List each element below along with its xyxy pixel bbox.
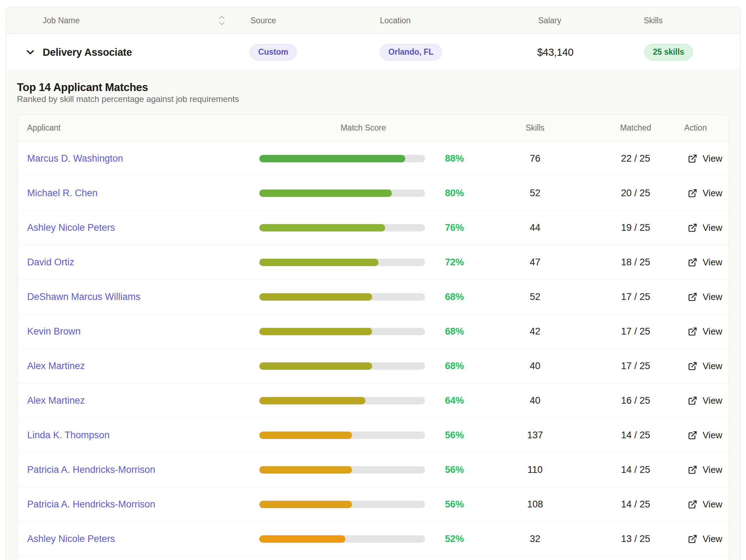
view-button[interactable]: View (688, 361, 729, 372)
matches-title: Top 14 Applicant Matches (17, 81, 729, 94)
external-link-icon (688, 188, 697, 198)
matched-count: 14 / 25 (603, 464, 668, 475)
applicant-match-table: Applicant Match Score Skills Matched Act… (17, 114, 729, 560)
external-link-icon (688, 430, 697, 440)
applicant-link[interactable]: Kevin Brown (17, 326, 259, 337)
match-score-percent: 88% (425, 153, 467, 164)
matched-count: 14 / 25 (603, 499, 668, 510)
view-button[interactable]: View (688, 153, 729, 164)
table-row: Michael R. Chen 80% 52 20 / 25 View (17, 176, 729, 211)
view-button[interactable]: View (688, 430, 729, 441)
match-score-fill (259, 501, 352, 508)
salary-column-header: Salary (538, 16, 561, 25)
external-link-icon (688, 154, 697, 163)
matched-count: 13 / 25 (603, 534, 668, 544)
view-button[interactable]: View (688, 188, 729, 199)
applicant-link[interactable]: Ashley Nicole Peters (17, 534, 259, 544)
view-button[interactable]: View (688, 257, 729, 268)
match-score-bar (259, 224, 425, 231)
sort-icon[interactable] (217, 14, 227, 26)
table-row: David Ortiz 72% 47 18 / 25 View (17, 245, 729, 280)
location-badge: Orlando, FL (380, 44, 442, 60)
match-score-percent: 68% (425, 291, 467, 302)
view-button[interactable]: View (688, 395, 729, 406)
job-name: Delivery Associate (43, 46, 132, 58)
view-button[interactable]: View (688, 291, 729, 302)
applicant-link[interactable]: Patricia A. Hendricks-Morrison (17, 464, 259, 475)
chevron-down-icon[interactable] (24, 46, 36, 58)
applicant-link[interactable]: Alex Martinez (17, 395, 259, 406)
match-score-percent: 72% (425, 257, 467, 268)
match-score-fill (259, 362, 372, 370)
applicant-link[interactable]: Alex Martinez (17, 361, 259, 372)
skills-count: 110 (467, 464, 603, 475)
external-link-icon (688, 327, 697, 336)
job-name-column-header: Job Name (43, 16, 80, 25)
match-score-fill (259, 293, 372, 301)
match-score-bar (259, 155, 425, 162)
match-score-fill (259, 535, 345, 543)
view-button[interactable]: View (688, 222, 729, 233)
table-row: Alex Martinez 68% 40 17 / 25 View (17, 349, 729, 384)
matched-column-header: Matched (603, 123, 668, 133)
source-badge: Custom (250, 44, 297, 60)
skills-count: 52 (467, 188, 603, 199)
match-score-bar (259, 189, 425, 197)
view-button[interactable]: View (688, 534, 729, 544)
applicant-matches-section: Top 14 Applicant Matches Ranked by skill… (6, 71, 740, 560)
match-score-bar (259, 328, 425, 335)
applicant-link[interactable]: Marcus D. Washington (17, 153, 259, 164)
applicant-link[interactable]: Michael R. Chen (17, 188, 259, 199)
job-row[interactable]: Delivery Associate Custom Orlando, FL $4… (6, 34, 740, 71)
matched-count: 16 / 25 (603, 395, 668, 406)
applicant-link[interactable]: Patricia A. Hendricks-Morrison (17, 499, 259, 510)
match-score-bar (259, 293, 425, 301)
table-row: Linda K. Thompson 56% 137 14 / 25 View (17, 418, 729, 453)
applicant-link[interactable]: Linda K. Thompson (17, 430, 259, 441)
skills-count: 108 (467, 499, 603, 510)
skills-count: 40 (467, 395, 603, 406)
match-table-header: Applicant Match Score Skills Matched Act… (17, 114, 729, 141)
matched-count: 18 / 25 (603, 257, 668, 268)
skills-count-badge: 25 skills (644, 44, 693, 60)
applicant-column-header: Applicant (17, 123, 259, 133)
skills-count: 47 (467, 257, 603, 268)
match-score-column-header: Match Score (259, 123, 467, 133)
matched-count: 14 / 25 (603, 430, 668, 441)
match-score-bar (259, 362, 425, 370)
job-table-header: Job Name Source Location Salary Skills (6, 7, 740, 34)
salary-value: $43,140 (537, 46, 574, 58)
external-link-icon (688, 223, 697, 233)
view-button[interactable]: View (688, 499, 729, 510)
match-score-bar (259, 432, 425, 439)
match-score-percent: 56% (425, 430, 467, 441)
external-link-icon (688, 465, 697, 475)
match-score-percent: 76% (425, 222, 467, 233)
matched-count: 19 / 25 (603, 222, 668, 233)
match-score-percent: 80% (425, 188, 467, 199)
view-button[interactable]: View (688, 326, 729, 337)
match-score-bar (259, 397, 425, 404)
view-button[interactable]: View (688, 464, 729, 475)
applicant-link[interactable]: Ashley Nicole Peters (17, 222, 259, 233)
match-score-bar (259, 466, 425, 474)
match-score-fill (259, 397, 365, 404)
table-row: Patricia A. Hendricks-Morrison 56% 108 1… (17, 487, 729, 522)
external-link-icon (688, 292, 697, 302)
matches-subtitle: Ranked by skill match percentage against… (17, 94, 729, 104)
skills-count: 32 (467, 534, 603, 544)
applicant-link[interactable]: DeShawn Marcus Williams (17, 291, 259, 302)
applicant-link[interactable]: David Ortiz (17, 257, 259, 268)
external-link-icon (688, 534, 697, 544)
match-score-percent: 52% (425, 534, 467, 544)
match-score-percent: 56% (425, 499, 467, 510)
skills-count: 40 (467, 361, 603, 372)
skills-count: 52 (467, 291, 603, 302)
table-row: Alex Martinez 64% 40 16 / 25 View (17, 384, 729, 418)
external-link-icon (688, 396, 697, 405)
match-score-percent: 68% (425, 326, 467, 337)
location-column-header: Location (380, 16, 411, 25)
match-score-fill (259, 189, 392, 197)
table-row: Ashley Nicole Peters 76% 44 19 / 25 View (17, 211, 729, 245)
skills-column-header: Skills (644, 16, 663, 25)
